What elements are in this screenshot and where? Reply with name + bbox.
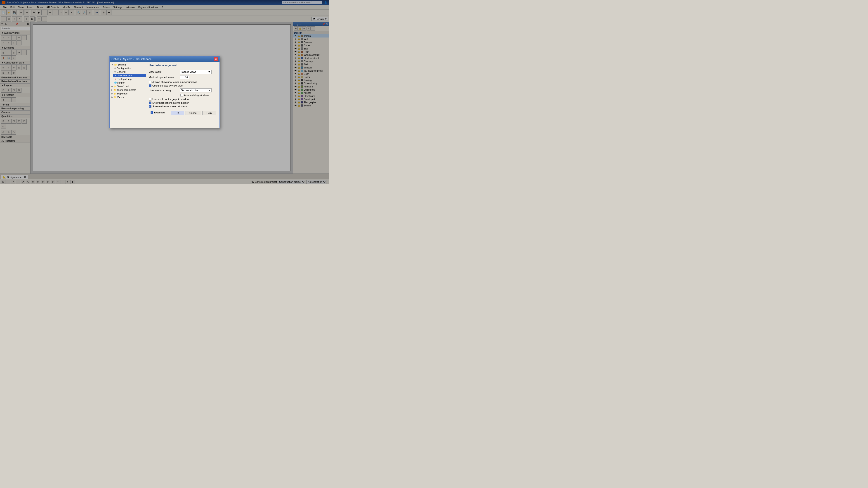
extended-checkbox[interactable]: ✓ [151,111,153,114]
tree-configuration[interactable]: ⚙ Configuration [113,66,146,70]
ok-button[interactable]: OK [170,111,184,115]
dialog-title-text: Options - System - User interface [112,58,151,61]
tree-depiction[interactable]: ▶ 📁 Depiction [111,92,146,95]
view-layout-row: View layout Tabbed views ▼ [149,70,218,74]
tree-region[interactable]: 🌐 Region [113,81,146,85]
show-notifications-label: Show notifications as info balloon [152,101,189,104]
dialog-section-title: User interface general [149,64,218,68]
use-scrollbar-label: Use scroll bar for graphic window [152,98,189,101]
colourise-row: ✓ Colourise tabs by view type [149,84,218,87]
colourise-label: Colourise tabs by view type [152,84,183,87]
tree-work-params[interactable]: ▶ 📁 Work parameters [111,88,146,92]
use-scrollbar-checkbox[interactable] [149,98,151,101]
dialog-body: ▼ 📁 System ⚙ Configuration ⚙ General 🖥 U… [110,62,219,119]
view-layout-dropdown[interactable]: Tabbed views ▼ [180,70,212,74]
tree-tooltips[interactable]: ❓ Tooltips/Help [113,77,146,81]
also-dialog-checkbox[interactable] [180,94,183,96]
also-dialog-row: Also in dialog windows [180,94,218,96]
dropdown-chevron-icon: ▼ [208,70,211,73]
view-layout-label: View layout [149,70,178,73]
show-welcome-label: Show welcome screen at startup [152,105,188,108]
show-notifications-checkbox[interactable]: ✓ [149,101,151,104]
ui-design-chevron-icon: ▼ [208,89,211,92]
help-button[interactable]: Help [202,111,216,115]
ui-design-dropdown[interactable]: Technical - blue ▼ [180,88,212,92]
dialog-close-btn[interactable]: ✕ [214,57,218,61]
ui-design-value: Technical - blue [181,89,198,92]
colourise-checkbox[interactable]: ✓ [149,84,151,87]
tree-saveload[interactable]: ▶ 📁 Save/Load [111,85,146,88]
extended-row: ✓ Extended [151,111,164,114]
tree-general[interactable]: ⚙ General [113,70,146,74]
ui-design-row: User interface design Technical - blue ▼ [149,88,218,92]
max-views-label: Maximal opened views [149,76,178,78]
tree-user-interface[interactable]: 🖥 User interface [113,74,146,77]
dialog-tree: ▼ 📁 System ⚙ Configuration ⚙ General 🖥 U… [110,62,147,119]
modal-overlay: Options - System - User interface ✕ ▼ 📁 … [0,0,329,184]
ui-design-label: User interface design [149,89,178,92]
tree-views[interactable]: ▶ 📁 Views [111,95,146,99]
use-scrollbar-row: Use scroll bar for graphic window [149,98,218,101]
max-views-row: Maximal opened views [149,75,218,79]
show-welcome-checkbox[interactable]: ✓ [149,105,151,108]
dialog-content: User interface general View layout Tabbe… [147,62,219,119]
also-dialog-label: Also in dialog windows [184,94,209,96]
always-show-checkbox[interactable] [149,80,151,84]
cancel-button[interactable]: Cancel [186,111,201,115]
options-dialog: Options - System - User interface ✕ ▼ 📁 … [109,56,220,128]
max-views-input[interactable] [180,75,189,79]
show-welcome-row: ✓ Show welcome screen at startup [149,105,218,108]
tree-system[interactable]: ▼ 📁 System [111,63,146,66]
show-notifications-row: ✓ Show notifications as info balloon [149,101,218,104]
dialog-buttons: ✓ Extended OK Cancel Help [149,109,218,117]
view-layout-value: Tabbed views [181,70,196,73]
always-show-label: Always show new views in new windows [152,80,197,84]
dialog-title: Options - System - User interface ✕ [110,57,219,62]
always-show-row: Always show new views in new windows [149,80,218,84]
extended-label: Extended [154,111,164,114]
